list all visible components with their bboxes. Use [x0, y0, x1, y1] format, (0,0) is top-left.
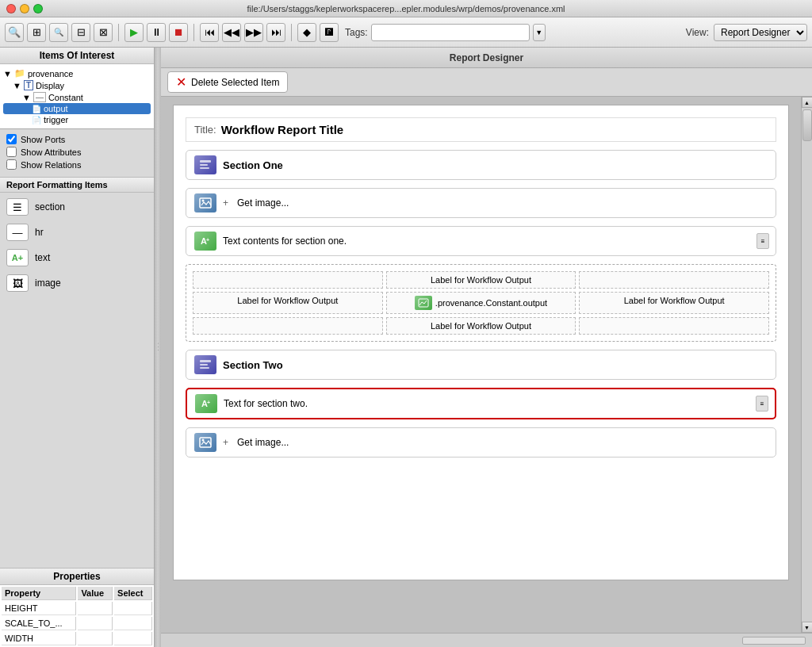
- section-two[interactable]: Section Two: [186, 350, 776, 380]
- table-cell-label: .provenance.Constant.output: [435, 298, 547, 308]
- zoom-fit-button[interactable]: ⊞: [27, 23, 46, 42]
- show-ports-label: Show Ports: [21, 135, 65, 144]
- table-cell-1-0[interactable]: Label for Workflow Output: [193, 292, 383, 314]
- maximize-button[interactable]: [33, 4, 43, 13]
- table-widget[interactable]: Label for Workflow Output Label for Work…: [186, 264, 776, 342]
- table-cell-1-1[interactable]: .provenance.Constant.output: [386, 292, 576, 314]
- show-relations-checkbox[interactable]: [6, 159, 17, 170]
- text-block-1[interactable]: A+ Text contents for section one. ≡: [186, 226, 776, 256]
- table-cell-2-2[interactable]: [579, 317, 769, 335]
- run-button[interactable]: ▶: [124, 23, 144, 42]
- report-page: Title: Workflow Report Title Section One: [173, 105, 789, 580]
- section-one[interactable]: Section One: [186, 150, 776, 180]
- close-button[interactable]: [6, 4, 16, 13]
- text-format-label: text: [35, 252, 50, 263]
- report-designer-header: Report Designer: [161, 48, 812, 68]
- scroll-thumb[interactable]: [802, 109, 812, 141]
- separator-1: [118, 24, 119, 41]
- title-bar: file:/Users/staggs/keplerworkspacerep...…: [0, 0, 812, 17]
- scroll-icon-2: ≡: [756, 396, 768, 412]
- format-item-text[interactable]: A+ text: [3, 247, 151, 269]
- image-label-2: Get image...: [237, 437, 289, 448]
- tags-area: Tags: ▼: [345, 24, 546, 41]
- zoom-in-button[interactable]: 🔍: [5, 23, 24, 42]
- format-item-image[interactable]: 🖼 image: [3, 272, 151, 294]
- tree-item-constant[interactable]: ▼ — Constant: [3, 91, 151, 103]
- image-icon-1: [194, 193, 216, 212]
- prop-name-width: WIDTH: [2, 632, 76, 645]
- back-button[interactable]: ⏮: [200, 23, 219, 42]
- tree-item-provenance[interactable]: ▼ 📁 provenance: [3, 67, 151, 79]
- show-attributes-label: Show Attributes: [21, 147, 81, 157]
- prop-select-height[interactable]: [114, 602, 152, 615]
- horizontal-scroll[interactable]: [742, 637, 806, 645]
- flag-button[interactable]: 🅿: [320, 23, 339, 42]
- format-item-section[interactable]: ☰ section: [3, 196, 151, 218]
- delete-icon: ✕: [176, 75, 186, 90]
- properties-table: Property Value Select HEIGHT SCALE_TO_..…: [0, 585, 154, 647]
- table-cell-0-1[interactable]: Label for Workflow Output: [386, 271, 576, 289]
- image-block-2[interactable]: + Get image...: [186, 427, 776, 457]
- prop-value-scale[interactable]: [78, 617, 113, 630]
- reset-button[interactable]: ⊟: [71, 23, 90, 42]
- trigger-icon: 📄: [32, 116, 41, 124]
- text-content-1[interactable]: Text contents for section one.: [223, 235, 347, 247]
- scroll-up-button[interactable]: ▲: [802, 97, 813, 108]
- section-format-label: section: [35, 201, 65, 212]
- properties-panel: Properties Property Value Select HEIGHT: [0, 568, 154, 647]
- tags-input[interactable]: [371, 24, 530, 41]
- image-label-1: Get image...: [237, 197, 289, 209]
- tags-dropdown[interactable]: ▼: [533, 24, 546, 41]
- stop-button[interactable]: ⏹: [169, 23, 188, 42]
- fit-button[interactable]: ⊠: [94, 23, 113, 42]
- table-cell-2-0[interactable]: [193, 317, 383, 335]
- prop-select-scale[interactable]: [114, 617, 152, 630]
- text-content-2[interactable]: Text for section two.: [224, 398, 308, 409]
- zoom-out-button[interactable]: 🔍: [49, 23, 68, 42]
- separator-3: [291, 24, 292, 41]
- delete-selected-button[interactable]: ✕ Delete Selected Item: [167, 71, 288, 93]
- tree-item-output[interactable]: 📄 output: [3, 103, 151, 114]
- main-layout: Items Of Interest ▼ 📁 provenance ▼ T Dis…: [0, 48, 812, 647]
- show-attributes-checkbox[interactable]: [6, 147, 17, 157]
- format-section: Report Formatting Items ☰ section — hr: [0, 177, 154, 568]
- prop-value-height[interactable]: [78, 602, 113, 615]
- step-back-button[interactable]: ◀◀: [222, 23, 241, 42]
- show-ports-checkbox[interactable]: [6, 134, 17, 144]
- tree-item-display[interactable]: ▼ T Display: [3, 79, 151, 91]
- table-cell-0-0[interactable]: [193, 271, 383, 289]
- left-panel: Items Of Interest ▼ 📁 provenance ▼ T Dis…: [0, 48, 155, 647]
- vertical-splitter[interactable]: ···: [155, 48, 161, 647]
- view-area: View: Report Designer: [686, 24, 807, 41]
- scroll-down-button[interactable]: ▼: [802, 622, 813, 633]
- prop-row-width: WIDTH: [2, 632, 152, 645]
- table-cell-1-2[interactable]: Label for Workflow Output: [579, 292, 769, 314]
- format-item-hr[interactable]: — hr: [3, 221, 151, 243]
- view-select[interactable]: Report Designer: [714, 24, 807, 41]
- minimize-button[interactable]: [20, 4, 29, 13]
- constant-icon: —: [33, 92, 46, 102]
- prop-select-width[interactable]: [114, 632, 152, 645]
- checkboxes-area: Show Ports Show Attributes Show Relation…: [0, 129, 154, 177]
- text-block-2[interactable]: A+ Text for section two. ≡: [186, 388, 776, 419]
- output-icon: 📄: [32, 105, 41, 113]
- folder-icon: ▼: [3, 69, 12, 78]
- format-header: Report Formatting Items: [0, 177, 154, 193]
- fwd-button[interactable]: ⏭: [266, 23, 285, 42]
- step-fwd-button[interactable]: ▶▶: [244, 23, 263, 42]
- svg-text:+: +: [206, 237, 209, 243]
- tree-item-trigger[interactable]: 📄 trigger: [3, 114, 151, 125]
- pause-button[interactable]: ⏸: [147, 23, 166, 42]
- table-cell-0-2[interactable]: [579, 271, 769, 289]
- scrollbar-right[interactable]: ▲ ▼: [801, 97, 812, 633]
- hr-icon-glyph: —: [13, 227, 23, 239]
- svg-point-14: [202, 439, 205, 442]
- image-block-1[interactable]: + Get image...: [186, 188, 776, 218]
- bookmark-button[interactable]: ◆: [297, 23, 316, 42]
- table-cell-2-1[interactable]: Label for Workflow Output: [386, 317, 576, 335]
- report-canvas[interactable]: Title: Workflow Report Title Section One: [161, 97, 801, 633]
- prop-name-scale: SCALE_TO_...: [2, 617, 76, 630]
- table-icon: [415, 296, 432, 310]
- prop-value-width[interactable]: [78, 632, 113, 645]
- title-value[interactable]: Workflow Report Title: [221, 123, 343, 136]
